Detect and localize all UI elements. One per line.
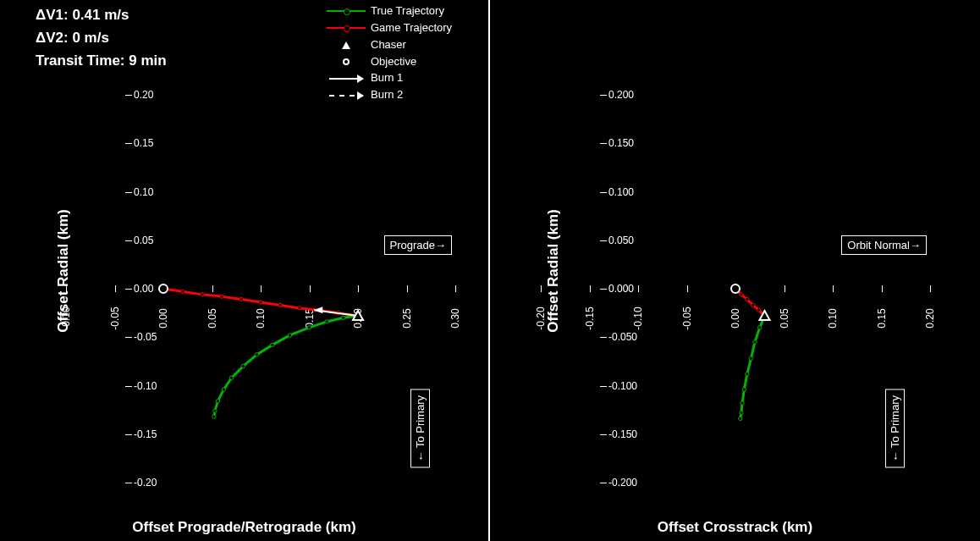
legend-true-traj: True Trajectory bbox=[327, 3, 452, 19]
svg-point-18 bbox=[241, 364, 245, 367]
root: ΔV1: 0.41 m/s ΔV2: 0 m/s Transit Time: 9… bbox=[0, 0, 980, 541]
svg-point-19 bbox=[229, 376, 233, 379]
svg-point-35 bbox=[749, 356, 752, 360]
arrow-icon bbox=[327, 73, 366, 85]
legend-game-traj: Game Trajectory bbox=[327, 20, 452, 36]
right-xlabel: Offset Crosstrack (km) bbox=[490, 519, 980, 536]
circle-icon bbox=[327, 56, 366, 68]
objective-marker bbox=[731, 284, 740, 293]
right-plot: 0.2000.1500.1000.0500.000-0.050-0.100-0.… bbox=[541, 95, 930, 483]
legend-objective: Objective bbox=[327, 54, 452, 70]
svg-point-2 bbox=[201, 293, 204, 296]
svg-point-4 bbox=[239, 297, 243, 301]
svg-point-14 bbox=[307, 326, 311, 329]
svg-point-27 bbox=[740, 293, 743, 296]
svg-point-29 bbox=[752, 303, 755, 306]
svg-point-21 bbox=[216, 400, 219, 403]
svg-point-22 bbox=[213, 409, 217, 412]
svg-point-39 bbox=[740, 411, 743, 414]
svg-point-40 bbox=[739, 417, 742, 420]
right-panel: Offset Radial (km) 0.2000.1500.1000.0500… bbox=[490, 0, 980, 541]
plot-svg bbox=[541, 95, 930, 483]
plot-svg bbox=[66, 95, 455, 483]
dv1-text: ΔV1: 0.41 m/s bbox=[36, 3, 167, 26]
left-panel: ΔV1: 0.41 m/s ΔV2: 0 m/s Transit Time: 9… bbox=[0, 0, 490, 541]
info-block: ΔV1: 0.41 m/s ΔV2: 0 m/s Transit Time: 9… bbox=[36, 3, 167, 73]
svg-point-16 bbox=[271, 343, 274, 346]
svg-marker-25 bbox=[314, 306, 322, 313]
legend-label: True Trajectory bbox=[371, 3, 444, 19]
legend-label: Burn 1 bbox=[371, 70, 403, 86]
svg-point-37 bbox=[742, 388, 746, 391]
legend: True Trajectory Game Trajectory Chaser O… bbox=[327, 3, 452, 104]
svg-point-36 bbox=[746, 373, 749, 376]
left-xlabel: Offset Prograde/Retrograde (km) bbox=[0, 519, 488, 536]
svg-point-13 bbox=[325, 320, 328, 323]
svg-point-6 bbox=[278, 303, 282, 306]
legend-swatch-green bbox=[327, 5, 366, 17]
annotation-down: ← To Primary bbox=[885, 389, 905, 468]
annotation-right: Orbit Normal→ bbox=[841, 235, 927, 255]
legend-burn1: Burn 1 bbox=[327, 70, 452, 86]
annotation-down: ← To Primary bbox=[410, 389, 430, 468]
svg-point-7 bbox=[298, 306, 301, 310]
triangle-icon bbox=[327, 39, 366, 51]
svg-point-23 bbox=[212, 415, 216, 418]
svg-point-20 bbox=[222, 388, 225, 391]
svg-point-12 bbox=[342, 316, 345, 319]
svg-point-3 bbox=[220, 295, 223, 298]
svg-point-38 bbox=[741, 401, 744, 405]
svg-point-30 bbox=[757, 308, 760, 312]
svg-point-1 bbox=[181, 290, 184, 293]
transit-text: Transit Time: 9 min bbox=[36, 49, 167, 72]
legend-label: Objective bbox=[371, 54, 416, 70]
svg-point-5 bbox=[259, 301, 262, 304]
svg-point-15 bbox=[288, 334, 291, 337]
svg-point-17 bbox=[255, 353, 258, 356]
annotation-right: Prograde→ bbox=[384, 235, 452, 255]
legend-swatch-red bbox=[327, 22, 366, 34]
svg-point-28 bbox=[746, 297, 749, 301]
left-plot: 0.200.150.100.050.00-0.05-0.10-0.15-0.20… bbox=[66, 95, 455, 483]
legend-label: Game Trajectory bbox=[371, 20, 452, 36]
legend-chaser: Chaser bbox=[327, 37, 452, 53]
objective-marker bbox=[159, 284, 168, 293]
legend-label: Chaser bbox=[371, 37, 406, 53]
dv2-text: ΔV2: 0 m/s bbox=[36, 26, 167, 49]
svg-point-33 bbox=[758, 326, 762, 329]
svg-point-34 bbox=[753, 340, 757, 344]
